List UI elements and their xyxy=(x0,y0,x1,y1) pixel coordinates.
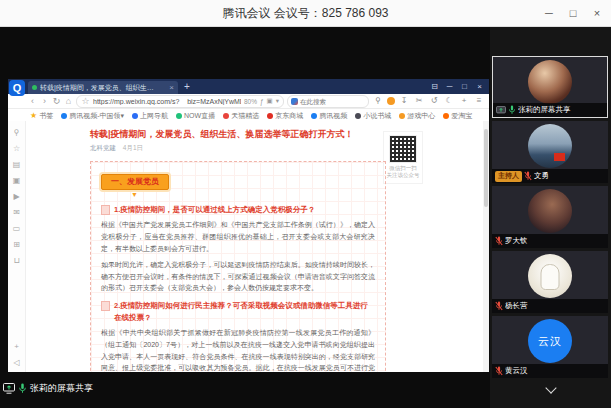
article-author[interactable]: 北科党建 xyxy=(90,144,116,151)
screen-share-icon xyxy=(3,383,15,394)
url-text[interactable]: https://mp.weixin.qq.com/s?__biz=MzAxNjY… xyxy=(93,98,241,105)
browser-toolbar: ‹ › ↻ ⌂ ☆ https://mp.weixin.qq.com/s?__b… xyxy=(8,94,489,109)
address-bar[interactable]: ☆ https://mp.weixin.qq.com/s?__biz=MzAxN… xyxy=(76,95,284,108)
article-date: 4月1日 xyxy=(123,144,143,151)
add-tool-icon[interactable]: + xyxy=(458,97,470,105)
browser-tabstrip: 转载|疫情期间，发展党员、组织生… × + ⊟ ─ □ × xyxy=(8,79,489,94)
site-icon xyxy=(223,113,229,119)
bookmark-star-icon[interactable]: ☆ xyxy=(81,97,90,106)
bookmark-item[interactable]: 天猫精选 xyxy=(223,111,259,121)
browser-maximize-button[interactable]: □ xyxy=(457,82,472,91)
search-icon[interactable]: ⚲ xyxy=(372,97,384,105)
browser-close-button[interactable]: × xyxy=(472,82,487,91)
site-icon xyxy=(61,113,67,119)
answer-paragraph: 如果时间允许，确定入党积极分子，可以延迟到疫情防控结束后。如疫情持续时间较长，确… xyxy=(101,259,375,295)
participant-tile[interactable]: 主持人 文勇 xyxy=(492,121,608,183)
participant-label-bar: 主持人 文勇 xyxy=(492,169,608,183)
sidebar-reading-icon[interactable]: ▤ xyxy=(13,161,21,169)
home-icon[interactable]: ⌂ xyxy=(64,97,73,106)
bookmark-item[interactable]: 腾讯视频 xyxy=(311,111,347,121)
back-icon[interactable]: ‹ xyxy=(28,97,37,106)
article-byline: 北科党建 4月1日 xyxy=(90,144,386,153)
browser-tab[interactable]: 转载|疫情期间，发展党员、组织生… × xyxy=(28,81,178,94)
site-icon xyxy=(311,113,317,119)
refresh-icon[interactable]: ↻ xyxy=(52,97,61,106)
sidebar-message-icon[interactable]: ✉ xyxy=(13,209,20,217)
sidebar-favorites-icon[interactable]: ☆ xyxy=(13,145,20,153)
star-icon: ★ xyxy=(30,111,37,120)
bookmark-item[interactable]: 腾讯视频-中国领▾ xyxy=(61,111,124,121)
bookmark-item[interactable]: NOW直播 xyxy=(176,111,215,121)
article-title: 转载|疫情期间，发展党员、组织生活、换届选举等正确打开方式！ xyxy=(90,129,386,141)
site-icon xyxy=(355,113,361,119)
qq-browser-logo-icon[interactable]: Q xyxy=(9,80,25,96)
participant-name: 张莉的屏幕共享 xyxy=(518,105,571,115)
reader-mode-icon[interactable]: ƒ xyxy=(260,98,264,105)
microphone-muted-icon xyxy=(495,236,503,246)
close-button[interactable]: × xyxy=(585,0,609,26)
participant-tile-sharing[interactable]: 张莉的屏幕共享 xyxy=(492,56,608,118)
page-scrollbar[interactable] xyxy=(483,121,489,372)
question-1: 1.疫情防控期间，是否可以通过线上方式确定入党积极分子？ xyxy=(114,204,315,215)
maximize-button[interactable]: □ xyxy=(561,0,585,26)
share-page-icon[interactable]: ▣ xyxy=(267,97,273,105)
site-icon xyxy=(267,113,273,119)
bookmark-item[interactable]: 京东商城 xyxy=(267,111,303,121)
bookmark-item[interactable]: ★书签 xyxy=(30,111,53,121)
participant-tile[interactable]: 杨长营 xyxy=(492,251,608,313)
sidebar-video-icon[interactable]: ▶ xyxy=(13,193,19,201)
browser-minimize-button[interactable]: ─ xyxy=(442,82,457,91)
sidebar-collapse-icon[interactable]: ◁ xyxy=(13,359,19,367)
bookmark-item[interactable]: 小说书城 xyxy=(355,111,391,121)
site-icon xyxy=(132,113,138,119)
scroll-down-chevron-icon[interactable] xyxy=(545,382,556,393)
question-doc-icon xyxy=(101,205,110,215)
meeting-stage: Q 转载|疫情期间，发展党员、组织生… × + ⊟ ─ □ × ‹ › ↻ ⌂ … xyxy=(0,27,611,408)
question-doc-icon xyxy=(101,301,110,311)
participant-tile[interactable]: 罗大钦 xyxy=(492,186,608,248)
qq-account-icon[interactable] xyxy=(387,97,395,105)
search-input[interactable] xyxy=(300,98,365,105)
scrollbar-thumb[interactable] xyxy=(484,129,488,207)
sidebar-search-icon[interactable]: ⚲ xyxy=(14,129,20,137)
bookmark-item[interactable]: 爱淘宝 xyxy=(443,111,472,121)
new-tab-button[interactable]: + xyxy=(184,81,190,92)
history-icon[interactable]: ↺ xyxy=(428,97,440,105)
share-banner-label: 张莉的屏幕共享 xyxy=(30,382,93,395)
participant-name: 罗大钦 xyxy=(505,236,528,246)
search-box[interactable] xyxy=(287,95,369,108)
browser-widget-icon[interactable]: ⊟ xyxy=(427,82,442,91)
menu-icon[interactable]: ≡ xyxy=(473,97,485,105)
screen-share-icon xyxy=(496,106,506,115)
tab-close-icon[interactable]: × xyxy=(169,83,174,92)
avatar xyxy=(528,254,572,298)
participant-panel: 张莉的屏幕共享 主持人 文勇 xyxy=(490,27,611,408)
screenshot-icon[interactable]: ✂ xyxy=(413,97,425,105)
bookmark-item[interactable]: 上网导航 xyxy=(132,111,168,121)
sidebar-card-icon[interactable]: ▭ xyxy=(13,225,21,233)
microphone-muted-icon xyxy=(524,171,532,181)
forward-icon[interactable]: › xyxy=(40,97,49,106)
night-mode-icon[interactable]: ☾ xyxy=(443,97,455,105)
badge-caret-icon: ▼ xyxy=(131,191,375,198)
sidebar-cart-icon[interactable]: ⊔ xyxy=(13,257,19,265)
tab-title: 转载|疫情期间，发展党员、组织生… xyxy=(40,83,166,93)
article-page: 微信扫一扫 关注该公众号 转载|疫情期间，发展党员、组织生活、换届选举等正确打开… xyxy=(26,121,483,372)
sidebar-apps-icon[interactable]: ⊞ xyxy=(13,241,20,249)
bookmark-item[interactable]: 游戏中心 xyxy=(399,111,435,121)
answer-paragraph: 根据《中国共产党发展党员工作细则》和《中国共产党支部工作条例（试行）》，确定入党… xyxy=(101,219,375,255)
meeting-title: 腾讯会议 会议号：825 786 093 xyxy=(222,5,388,22)
avatar: 云汉 xyxy=(528,319,572,363)
page-zoom-level[interactable]: 80% xyxy=(244,98,257,105)
download-icon[interactable]: ↧ xyxy=(398,97,410,105)
microphone-on-icon xyxy=(18,383,27,394)
participant-label-bar: 罗大钦 xyxy=(492,234,608,248)
chevron-down-icon[interactable]: ▾ xyxy=(276,97,279,105)
sidebar-image-icon[interactable]: ▣ xyxy=(13,177,21,185)
question-2: 2.疫情防控期间如何进行民主推荐？可否采取视频会议或借助微信等工具进行在线投票？ xyxy=(114,300,375,323)
participant-name: 黄云汉 xyxy=(505,366,528,376)
sidebar-add-icon[interactable]: + xyxy=(14,343,19,351)
minimize-button[interactable]: ─ xyxy=(537,0,561,26)
participant-tile[interactable]: 云汉 黄云汉 xyxy=(492,316,608,378)
meeting-titlebar: 腾讯会议 会议号：825 786 093 ─ □ × xyxy=(0,0,611,27)
